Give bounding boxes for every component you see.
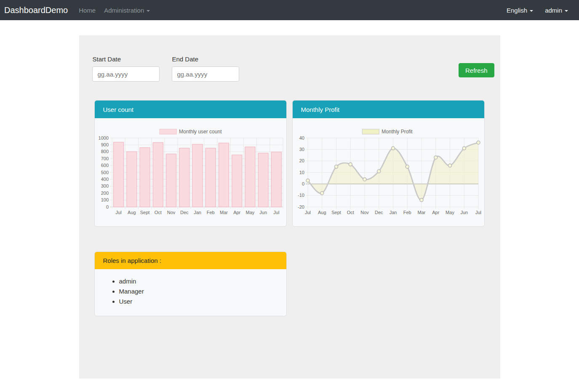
svg-text:0: 0 <box>106 204 108 209</box>
filters-row: Start Date End Date Refresh <box>79 56 500 82</box>
svg-text:May: May <box>446 210 454 215</box>
svg-text:400: 400 <box>101 177 108 182</box>
svg-text:Jul: Jul <box>304 210 310 215</box>
svg-text:30: 30 <box>299 147 304 152</box>
svg-text:Jan: Jan <box>194 210 201 215</box>
user-dropdown-label: admin <box>545 7 562 14</box>
svg-text:Aug: Aug <box>318 210 326 215</box>
main-container: Start Date End Date Refresh User count M… <box>79 35 500 379</box>
svg-text:900: 900 <box>101 142 108 147</box>
language-dropdown-label: English <box>507 7 527 14</box>
user-count-chart: Monthly user count0100200300400500600700… <box>95 118 286 226</box>
svg-text:Apr: Apr <box>233 210 240 215</box>
monthly-profit-title: Monthly Profit <box>301 106 340 113</box>
svg-text:500: 500 <box>101 170 108 175</box>
svg-text:1000: 1000 <box>98 135 108 140</box>
svg-text:Jun: Jun <box>460 210 468 215</box>
chevron-down-icon <box>530 10 533 12</box>
roles-title: Roles in application : <box>103 257 161 264</box>
svg-text:Jun: Jun <box>259 210 267 215</box>
end-date-input[interactable] <box>172 66 239 82</box>
roles-card: Roles in application : admin Manager Use… <box>95 252 286 316</box>
svg-text:40: 40 <box>299 135 304 140</box>
svg-text:0: 0 <box>302 181 304 186</box>
roles-card-body: admin Manager User <box>95 269 286 316</box>
language-dropdown[interactable]: English <box>507 7 533 14</box>
svg-text:Apr: Apr <box>432 210 439 215</box>
monthly-profit-chart: Monthly Profit-20-10010203040JulAugSeptO… <box>293 118 484 226</box>
svg-text:Jan: Jan <box>389 210 397 215</box>
nav-item-administration-label: Administration <box>104 7 144 14</box>
roles-list: admin Manager User <box>103 278 278 305</box>
svg-text:20: 20 <box>299 158 304 163</box>
refresh-button[interactable]: Refresh <box>459 63 494 77</box>
svg-text:100: 100 <box>101 197 108 202</box>
svg-text:Monthly Profit: Monthly Profit <box>382 129 413 135</box>
user-count-title: User count <box>103 106 134 113</box>
monthly-profit-card: Monthly Profit Monthly Profit-20-1001020… <box>293 101 484 226</box>
svg-text:Oct: Oct <box>154 210 161 215</box>
roles-row: Roles in application : admin Manager Use… <box>95 252 500 316</box>
nav-item-home[interactable]: Home <box>79 7 96 14</box>
monthly-profit-card-header: Monthly Profit <box>293 101 484 118</box>
svg-text:Aug: Aug <box>128 210 136 215</box>
charts-row: User count Monthly user count01002003004… <box>95 101 500 226</box>
start-date-group: Start Date <box>92 56 160 82</box>
svg-text:Feb: Feb <box>403 210 411 215</box>
user-count-card-header: User count <box>95 101 286 118</box>
navbar: DashboardDemo Home Administration Englis… <box>0 0 579 20</box>
svg-text:Oct: Oct <box>347 210 354 215</box>
user-dropdown[interactable]: admin <box>545 7 568 14</box>
chevron-down-icon <box>565 10 568 12</box>
svg-text:300: 300 <box>101 183 108 188</box>
svg-text:10: 10 <box>299 170 304 175</box>
svg-text:200: 200 <box>101 191 108 196</box>
nav-item-administration[interactable]: Administration <box>104 7 150 14</box>
chevron-down-icon <box>147 10 150 12</box>
end-date-group: End Date <box>172 56 239 82</box>
svg-text:Jul: Jul <box>475 210 481 215</box>
brand[interactable]: DashboardDemo <box>4 5 68 15</box>
role-item: admin <box>119 278 278 285</box>
svg-text:Sept: Sept <box>331 210 341 215</box>
role-item: User <box>119 298 278 305</box>
end-date-label: End Date <box>172 56 239 63</box>
svg-text:700: 700 <box>101 156 108 161</box>
roles-card-header: Roles in application : <box>95 252 286 269</box>
svg-text:Mar: Mar <box>417 210 425 215</box>
svg-text:Mar: Mar <box>219 210 227 215</box>
page: DashboardDemo Home Administration Englis… <box>0 0 579 392</box>
start-date-input[interactable] <box>92 66 160 82</box>
user-count-card: User count Monthly user count01002003004… <box>95 101 286 226</box>
svg-text:600: 600 <box>101 163 108 168</box>
svg-text:Monthly user count: Monthly user count <box>179 129 222 135</box>
svg-text:Jul: Jul <box>115 210 121 215</box>
svg-text:-10: -10 <box>298 193 304 198</box>
svg-text:Feb: Feb <box>206 210 214 215</box>
start-date-label: Start Date <box>93 56 160 63</box>
svg-text:Dec: Dec <box>374 210 383 215</box>
svg-text:Nov: Nov <box>360 210 369 215</box>
svg-text:May: May <box>245 210 254 215</box>
svg-text:Jul: Jul <box>273 210 279 215</box>
svg-text:Dec: Dec <box>180 210 188 215</box>
svg-text:Sept: Sept <box>140 210 149 215</box>
svg-text:Nov: Nov <box>167 210 175 215</box>
svg-text:800: 800 <box>101 149 108 154</box>
role-item: Manager <box>119 288 278 295</box>
svg-text:-20: -20 <box>298 204 304 209</box>
